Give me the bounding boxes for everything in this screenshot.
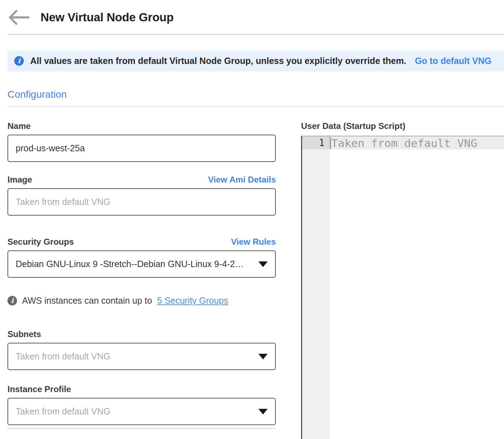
five-security-groups-link[interactable]: 5 Security Groups bbox=[157, 296, 228, 306]
name-input[interactable] bbox=[7, 135, 276, 162]
instance-profile-field-group: Instance Profile Taken from default VNG bbox=[7, 384, 276, 425]
subnets-field-group: Subnets Taken from default VNG bbox=[7, 329, 276, 370]
form-right-column: User Data (Startup Script) 1 Taken from … bbox=[301, 121, 504, 439]
image-input[interactable] bbox=[7, 188, 276, 216]
security-groups-value: Debian GNU-Linux 9 -Stretch--Debian GNU-… bbox=[16, 259, 244, 269]
info-icon: i bbox=[14, 56, 24, 66]
info-banner: i All values are taken from default Virt… bbox=[7, 50, 504, 71]
user-data-editor: 1 Taken from default VNG bbox=[301, 136, 504, 439]
editor-active-line: Taken from default VNG bbox=[330, 136, 504, 150]
next-element-edge bbox=[7, 428, 276, 429]
image-label: Image bbox=[7, 175, 32, 185]
chevron-down-icon bbox=[258, 261, 268, 267]
subnets-select[interactable]: Taken from default VNG bbox=[7, 343, 276, 370]
info-icon: i bbox=[7, 296, 17, 305]
editor-code-area[interactable]: Taken from default VNG bbox=[330, 136, 504, 439]
chevron-down-icon bbox=[258, 409, 268, 414]
text-cursor bbox=[330, 137, 331, 149]
form-left-column: Name Image View Ami Details Security Gro… bbox=[7, 121, 276, 429]
header-divider bbox=[7, 34, 504, 35]
page-title: New Virtual Node Group bbox=[41, 11, 174, 24]
go-to-default-vng-link[interactable]: Go to default VNG bbox=[415, 56, 491, 66]
page-header: New Virtual Node Group bbox=[7, 0, 504, 27]
chevron-down-icon bbox=[258, 354, 268, 359]
note-text: AWS instances can contain up to bbox=[22, 296, 152, 306]
security-groups-label: Security Groups bbox=[7, 237, 74, 247]
editor-placeholder: Taken from default VNG bbox=[331, 137, 477, 150]
instance-profile-label: Instance Profile bbox=[7, 384, 71, 394]
view-ami-details-link[interactable]: View Ami Details bbox=[208, 175, 276, 185]
left-arrow-icon bbox=[7, 9, 30, 26]
editor-line-number: 1 bbox=[302, 136, 330, 150]
banner-text: All values are taken from default Virtua… bbox=[30, 56, 406, 66]
user-data-label: User Data (Startup Script) bbox=[301, 121, 405, 131]
security-groups-select[interactable]: Debian GNU-Linux 9 -Stretch--Debian GNU-… bbox=[7, 250, 276, 278]
editor-gutter: 1 bbox=[302, 136, 330, 439]
subnets-label: Subnets bbox=[7, 329, 41, 339]
new-virtual-node-group-page: New Virtual Node Group i All values are … bbox=[0, 0, 504, 439]
back-button[interactable] bbox=[7, 9, 30, 26]
subnets-placeholder: Taken from default VNG bbox=[16, 351, 111, 362]
configuration-section-title: Configuration bbox=[7, 89, 504, 100]
name-label: Name bbox=[7, 121, 31, 131]
instance-profile-placeholder: Taken from default VNG bbox=[16, 406, 111, 417]
form-columns: Name Image View Ami Details Security Gro… bbox=[7, 121, 504, 439]
view-rules-link[interactable]: View Rules bbox=[231, 237, 276, 247]
image-field-group: Image View Ami Details bbox=[7, 175, 276, 216]
section-divider bbox=[7, 106, 504, 107]
security-groups-note: i AWS instances can contain up to 5 Secu… bbox=[7, 296, 276, 306]
name-field-group: Name bbox=[7, 121, 276, 162]
security-groups-field-group: Security Groups View Rules Debian GNU-Li… bbox=[7, 237, 276, 278]
instance-profile-select[interactable]: Taken from default VNG bbox=[7, 398, 276, 425]
